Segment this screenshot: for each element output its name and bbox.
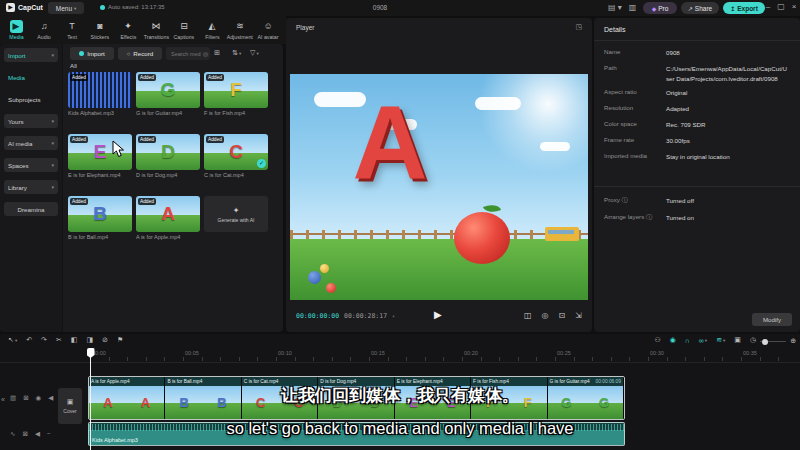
generate-with-ai-tile[interactable]: ✦Generate with AI: [204, 196, 268, 232]
timeline-clip-a-is-for-apple-mp4[interactable]: A is for Apple.mp4AA: [89, 377, 165, 419]
lock-icon[interactable]: ⊠: [23, 394, 28, 402]
tab-transitions[interactable]: ⋈Transitions: [142, 16, 170, 44]
import-button[interactable]: Import: [70, 47, 114, 60]
media-item[interactable]: FAddedF is for Fish.mp4: [204, 72, 268, 120]
media-item[interactable]: DAddedD is for Dog.mp4: [136, 134, 200, 182]
snap-icon-glyph: ◉: [670, 336, 676, 344]
timeline-clip-d-is-for-dog-mp4[interactable]: D is for Dog.mp4DD: [318, 377, 394, 419]
reverse-search-icon[interactable]: ◎: [203, 50, 208, 57]
sidebar-item-ai-media[interactable]: AI media▾: [4, 136, 58, 150]
delete-icon[interactable]: ⊘: [102, 336, 108, 344]
video-preview[interactable]: A: [290, 74, 588, 300]
shrink-track-icon[interactable]: −: [47, 430, 51, 438]
collapse-tracks-icon[interactable]: «: [1, 396, 5, 403]
timeline-clip-b-is-for-ball-mp4[interactable]: B is for Ball.mp4BB: [165, 377, 241, 419]
timeline-clip-f-is-for-fish-mp4[interactable]: F is for Fish.mp4FF: [471, 377, 547, 419]
cover-button[interactable]: ▣ Cover: [58, 388, 82, 424]
zoom-in-icon[interactable]: ⊕: [790, 337, 796, 345]
grid-view-icon-glyph: ⊞: [214, 49, 220, 57]
redo-icon[interactable]: ↷: [41, 336, 47, 344]
track-type-icon[interactable]: ▥: [10, 394, 16, 402]
fullscreen-icon[interactable]: ⇲: [575, 311, 582, 320]
sidebar-item-spaces[interactable]: Spaces▾: [4, 158, 58, 172]
media-item[interactable]: CAdded✓C is for Cat.mp4: [204, 134, 268, 182]
pro-button[interactable]: ◆ Pro: [643, 2, 677, 14]
layout-toggle-icon[interactable]: ▤ ▾: [608, 3, 622, 12]
sort-icon[interactable]: ⇅▾: [232, 49, 241, 57]
yellow-ball: [320, 264, 329, 273]
sidebar-item-library[interactable]: Library▾: [4, 180, 58, 194]
panel-layout-icon[interactable]: ▥: [629, 3, 637, 12]
timeline-ruler[interactable]: 00:0000:0500:1000:1500:2000:2500:3000:35: [0, 348, 800, 363]
media-item[interactable]: GAddedG is for Guitar.mp4: [136, 72, 200, 120]
play-button[interactable]: ▶: [434, 309, 442, 320]
mute-icon[interactable]: ◀: [35, 430, 40, 438]
preview-quality-icon[interactable]: ◎: [542, 311, 549, 320]
preview-axis-icon[interactable]: ▣: [734, 336, 741, 344]
timeline-clip-e-is-for-elephant-mp4[interactable]: E is for Elephant.mp4EE: [395, 377, 471, 419]
audio-clip[interactable]: Kids Alphabet.mp3: [88, 422, 625, 446]
tab-media[interactable]: ▶Media: [2, 16, 30, 44]
link-icon[interactable]: ∞▾: [699, 337, 707, 344]
media-item[interactable]: EAddedE is for Elephant.mp4: [68, 134, 132, 182]
audio-mixer-icon[interactable]: ≋▾: [716, 336, 725, 344]
media-item[interactable]: BAddedB is for Ball.mp4: [68, 196, 132, 244]
minimize-button[interactable]: –: [763, 2, 773, 11]
expand-player-icon[interactable]: ◳: [575, 23, 582, 31]
tab-captions[interactable]: ⊟Captions: [170, 16, 198, 44]
timer-icon[interactable]: ◷: [750, 336, 756, 344]
audio-track-icon[interactable]: ∿: [10, 430, 15, 438]
share-button[interactable]: ↗ Share: [681, 2, 719, 14]
playhead[interactable]: [90, 348, 91, 450]
mark-icon[interactable]: ⚑: [117, 336, 123, 344]
undo-icon[interactable]: ↶: [26, 336, 32, 344]
magnet-icon[interactable]: ∩: [685, 337, 690, 344]
tab-adjustment[interactable]: ≋Adjustment: [226, 16, 254, 44]
filter-icon[interactable]: ▽▾: [250, 49, 259, 57]
tab-ai-avatar[interactable]: ☺AI avatar: [254, 16, 282, 44]
timecode-caret-icon[interactable]: ▾: [392, 313, 395, 319]
lock-icon[interactable]: ⊠: [22, 430, 27, 438]
snap-icon[interactable]: ◉: [670, 336, 676, 344]
sidebar-item-subprojects[interactable]: Subprojects: [4, 92, 58, 106]
voiceover-mic-icon[interactable]: ⚇: [654, 336, 660, 344]
ratio-icon[interactable]: ⊡: [559, 311, 566, 320]
stickers-icon: ◙: [94, 20, 107, 33]
sidebar-item-dreamina[interactable]: Dreamina: [4, 202, 58, 216]
timeline-zoom-slider[interactable]: [760, 341, 786, 342]
ruler-label: 00:10: [278, 350, 292, 356]
modify-button[interactable]: Modify: [752, 313, 792, 326]
close-button[interactable]: ×: [789, 2, 799, 11]
tab-stickers[interactable]: ◙Stickers: [86, 16, 114, 44]
mute-icon[interactable]: ◀: [48, 394, 53, 402]
tab-text[interactable]: TText: [58, 16, 86, 44]
timeline-clip-g-is-for-guitar-mp4[interactable]: G is for Guitar.mp400:00:06:09GG: [548, 377, 624, 419]
clip-name: G is for Guitar.mp400:00:06:09: [548, 377, 623, 386]
sidebar-item-import[interactable]: Import▾: [4, 48, 58, 62]
tab-audio[interactable]: ♫Audio: [30, 16, 58, 44]
export-button[interactable]: ↥ Export: [723, 2, 765, 14]
mirror-preview-icon[interactable]: ◫: [524, 311, 532, 320]
chevron-down-icon: ▾: [51, 184, 54, 190]
timeline-clip-c-is-for-cat-mp4[interactable]: C is for Cat.mp4CC: [242, 377, 318, 419]
tab-effects[interactable]: ✦Effects: [114, 16, 142, 44]
split-icon-glyph: ✂: [56, 336, 62, 344]
delete-left-icon[interactable]: ◧: [71, 336, 78, 344]
media-item[interactable]: AAddedA is for Apple.mp4: [136, 196, 200, 244]
record-button[interactable]: ○ Record: [118, 47, 162, 60]
media-item[interactable]: AddedKids Alphabet.mp3: [68, 72, 132, 120]
select-tool-icon[interactable]: ↖▾: [8, 336, 17, 344]
detail-value: Adapted: [666, 104, 790, 114]
split-icon[interactable]: ✂: [56, 336, 62, 344]
grid-view-icon[interactable]: ⊞: [214, 49, 220, 57]
sidebar-item-media[interactable]: Media: [4, 70, 58, 84]
search-input[interactable]: [169, 50, 203, 58]
maximize-button[interactable]: ▢: [776, 2, 786, 11]
slider-knob[interactable]: [762, 339, 768, 345]
toggle-visibility-icon[interactable]: ◉: [36, 394, 42, 402]
menu-button[interactable]: Menu ▾: [48, 2, 84, 14]
chevron-down-icon: ▾: [51, 118, 54, 124]
sidebar-item-yours[interactable]: Yours▾: [4, 114, 58, 128]
tab-filters[interactable]: ◭Filters: [198, 16, 226, 44]
delete-right-icon[interactable]: ◨: [86, 336, 93, 344]
